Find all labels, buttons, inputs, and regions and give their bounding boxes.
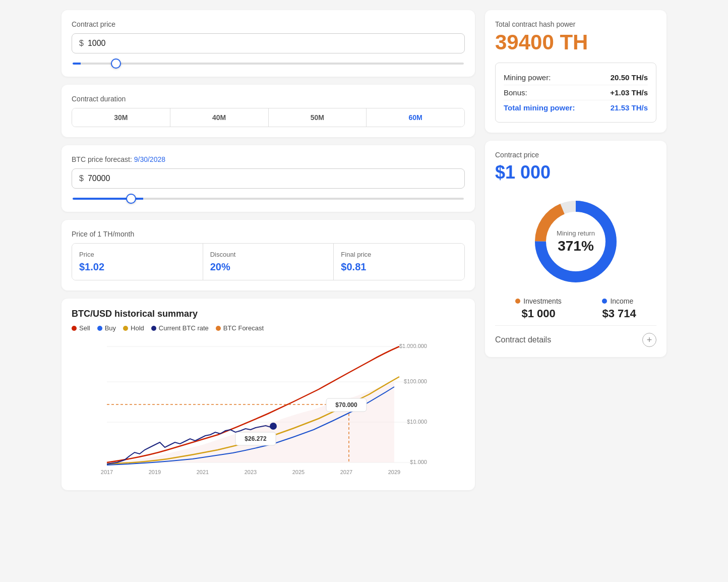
investments-dot <box>515 299 520 304</box>
hold-label: Hold <box>131 324 144 332</box>
tab-30m[interactable]: 30M <box>72 108 170 127</box>
th-price-grid: Price $1.02 Discount 20% Final price $0.… <box>72 243 465 280</box>
hash-info-box: Mining power: 20.50 TH/s Bonus: +1.03 TH… <box>495 63 656 123</box>
sell-label: Sell <box>79 324 90 332</box>
contract-price-input-box[interactable]: $ 1000 <box>72 33 465 53</box>
contract-duration-card: Contract duration 30M 40M 50M 60M <box>62 85 475 137</box>
left-panel: Contract price $ 1000 Contract duration … <box>62 10 475 490</box>
th-price-cell-label: Price <box>79 251 196 258</box>
svg-text:$1.000.000: $1.000.000 <box>399 343 427 349</box>
th-price-cell: Price $1.02 <box>72 244 203 280</box>
btc-price-amount: 70000 <box>88 174 110 183</box>
mining-power-row: Mining power: 20.50 TH/s <box>504 70 648 85</box>
th-final-cell: Final price $0.81 <box>334 244 464 280</box>
svg-text:2021: 2021 <box>197 469 209 475</box>
contract-details-row: Contract details + <box>495 325 656 347</box>
contract-price-card: Contract price $ 1000 <box>62 10 475 77</box>
chart-wrapper: $1.000.000 $100.000 $10.000 $1.000 <box>72 339 465 480</box>
buy-label: Buy <box>105 324 116 332</box>
income-dot <box>602 299 607 304</box>
contract-duration-label: Contract duration <box>72 95 465 103</box>
btc-forecast-dot <box>216 326 221 331</box>
svg-text:$1.000: $1.000 <box>410 459 427 465</box>
current-btc-label: Current BTC rate <box>159 324 209 332</box>
mining-power-value: 20.50 TH/s <box>611 73 648 82</box>
tab-60m[interactable]: 60M <box>367 108 464 127</box>
sell-dot <box>72 326 77 331</box>
contract-price-right-label: Contract price <box>495 151 656 159</box>
hash-power-label: Total contract hash power <box>495 20 656 28</box>
tab-50m[interactable]: 50M <box>269 108 367 127</box>
chart-svg: $1.000.000 $100.000 $10.000 $1.000 <box>72 339 465 480</box>
current-btc-dot <box>151 326 156 331</box>
bonus-label: Bonus: <box>504 88 527 97</box>
forecast-date-link[interactable]: 9/30/2028 <box>134 155 165 163</box>
btc-currency-symbol: $ <box>79 174 84 183</box>
contract-price-label: Contract price <box>72 20 465 28</box>
th-discount-cell-label: Discount <box>210 251 327 258</box>
th-price-cell-value: $1.02 <box>79 261 196 273</box>
svg-text:2017: 2017 <box>101 469 113 475</box>
svg-text:2027: 2027 <box>340 469 352 475</box>
hash-power-card: Total contract hash power 39400 TH Minin… <box>485 10 666 133</box>
svg-text:2019: 2019 <box>149 469 161 475</box>
donut-label: Mining return 371% <box>557 229 595 254</box>
svg-text:$100.000: $100.000 <box>404 378 427 384</box>
income-dot-row: Income <box>602 297 636 305</box>
contract-price-slider[interactable] <box>73 63 464 65</box>
income-item: Income $3 714 <box>602 297 636 320</box>
btc-price-slider-container[interactable] <box>72 193 465 202</box>
chart-card: BTC/USD historical summary Sell Buy Hold… <box>62 299 475 490</box>
btc-price-slider[interactable] <box>73 198 464 200</box>
th-discount-cell-value: 20% <box>210 261 327 273</box>
legend-current-btc: Current BTC rate <box>151 324 209 332</box>
income-value: $3 714 <box>602 307 636 320</box>
btc-forecast-label: BTC price forecast: 9/30/2028 <box>72 155 465 163</box>
btc-forecast-card: BTC price forecast: 9/30/2028 $ 70000 <box>62 145 475 212</box>
btc-price-input-box[interactable]: $ 70000 <box>72 168 465 189</box>
contract-details-text: Contract details <box>495 335 551 344</box>
contract-price-slider-container[interactable] <box>72 57 465 67</box>
investments-item: Investments $1 000 <box>515 297 561 320</box>
legend-sell: Sell <box>72 324 90 332</box>
donut-container: Mining return 371% <box>495 191 656 292</box>
th-price-card: Price of 1 TH/month Price $1.02 Discount… <box>62 220 475 290</box>
mining-return-pct: 371% <box>557 238 595 254</box>
svg-text:2025: 2025 <box>292 469 305 475</box>
svg-text:2029: 2029 <box>388 469 400 475</box>
bonus-value: +1.03 TH/s <box>610 88 648 97</box>
legend-hold: Hold <box>123 324 144 332</box>
contract-price-right-value: $1 000 <box>495 162 656 183</box>
legend-btc-forecast: BTC Forecast <box>216 324 264 332</box>
th-discount-cell: Discount 20% <box>203 244 334 280</box>
total-mining-value: 21.53 TH/s <box>611 103 648 112</box>
svg-text:$10.000: $10.000 <box>407 419 427 425</box>
contract-details-expand-button[interactable]: + <box>642 333 656 347</box>
chart-title: BTC/USD historical summary <box>72 309 465 319</box>
legend-buy: Buy <box>97 324 116 332</box>
total-mining-row: Total mining power: 21.53 TH/s <box>504 100 648 115</box>
th-price-label: Price of 1 TH/month <box>72 230 465 238</box>
hold-dot <box>123 326 128 331</box>
bonus-row: Bonus: +1.03 TH/s <box>504 85 648 100</box>
svg-text:$70.000: $70.000 <box>335 401 357 409</box>
mining-return-text: Mining return <box>557 229 595 237</box>
th-final-cell-value: $0.81 <box>341 261 457 273</box>
svg-text:2023: 2023 <box>245 469 257 475</box>
buy-dot <box>97 326 102 331</box>
right-panel: Total contract hash power 39400 TH Minin… <box>485 10 666 490</box>
th-final-cell-label: Final price <box>341 251 457 258</box>
mining-power-label: Mining power: <box>504 73 551 82</box>
tab-40m[interactable]: 40M <box>170 108 269 127</box>
investments-label: Investments <box>523 297 561 305</box>
svg-point-11 <box>270 423 277 430</box>
investments-dot-row: Investments <box>515 297 561 305</box>
investments-value: $1 000 <box>515 307 561 320</box>
contract-price-amount: 1000 <box>88 39 106 48</box>
svg-text:$26.272: $26.272 <box>245 435 267 442</box>
contract-price-right-card: Contract price $1 000 Mining return 371% <box>485 141 666 357</box>
contract-currency-symbol: $ <box>79 39 84 48</box>
income-label: Income <box>610 297 633 305</box>
hash-power-value: 39400 TH <box>495 30 656 54</box>
chart-legend: Sell Buy Hold Current BTC rate BTC Forec… <box>72 324 465 332</box>
